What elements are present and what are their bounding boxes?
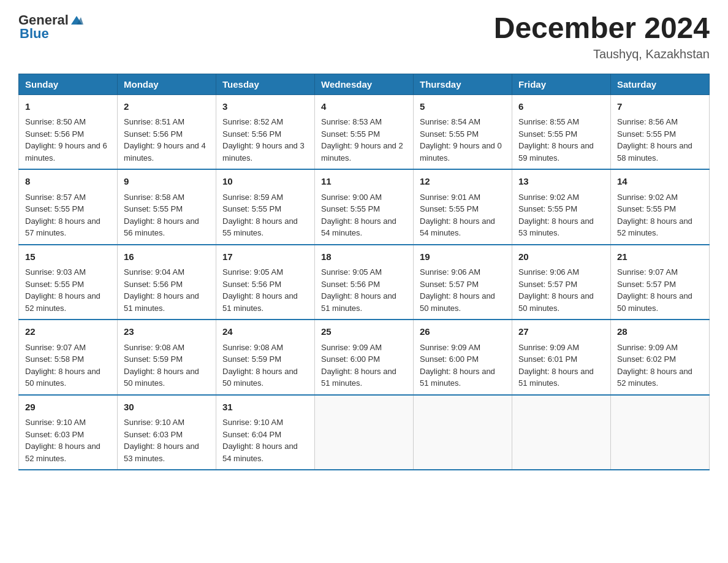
day-daylight: Daylight: 8 hours and 51 minutes. (124, 291, 199, 313)
calendar-day-cell (611, 395, 710, 470)
day-number: 20 (518, 250, 604, 264)
day-sunset: Sunset: 5:56 PM (222, 280, 281, 289)
day-sunrise: Sunrise: 9:07 AM (25, 343, 86, 352)
calendar-day-cell: 27 Sunrise: 9:09 AM Sunset: 6:01 PM Dayl… (512, 320, 611, 395)
calendar-day-cell: 2 Sunrise: 8:51 AM Sunset: 5:56 PM Dayli… (118, 94, 216, 169)
day-header-monday: Monday (118, 74, 216, 94)
day-header-saturday: Saturday (611, 74, 710, 94)
day-number: 5 (420, 100, 506, 114)
day-daylight: Daylight: 9 hours and 2 minutes. (321, 141, 403, 163)
day-sunset: Sunset: 5:55 PM (321, 204, 380, 213)
day-sunset: Sunset: 5:55 PM (321, 129, 380, 139)
day-number: 29 (25, 400, 111, 415)
day-number: 9 (124, 175, 210, 189)
day-daylight: Daylight: 8 hours and 51 minutes. (222, 291, 298, 313)
day-sunset: Sunset: 5:55 PM (518, 129, 577, 139)
calendar-day-cell: 7 Sunrise: 8:56 AM Sunset: 5:55 PM Dayli… (611, 94, 710, 169)
day-number: 15 (25, 250, 111, 264)
day-daylight: Daylight: 8 hours and 52 minutes. (25, 442, 100, 463)
calendar-day-cell: 18 Sunrise: 9:05 AM Sunset: 5:56 PM Dayl… (315, 245, 414, 320)
day-sunset: Sunset: 5:56 PM (25, 129, 84, 139)
day-daylight: Daylight: 8 hours and 52 minutes. (25, 291, 100, 313)
day-header-thursday: Thursday (414, 74, 512, 94)
day-number: 26 (420, 325, 506, 339)
day-sunset: Sunset: 5:57 PM (617, 280, 676, 289)
day-daylight: Daylight: 8 hours and 50 minutes. (420, 291, 495, 313)
calendar-day-cell: 13 Sunrise: 9:02 AM Sunset: 5:55 PM Dayl… (512, 169, 611, 245)
day-number: 18 (321, 250, 407, 264)
day-number: 12 (420, 175, 506, 189)
calendar-day-cell: 10 Sunrise: 8:59 AM Sunset: 5:55 PM Dayl… (216, 169, 315, 245)
day-sunrise: Sunrise: 9:09 AM (321, 343, 382, 352)
day-daylight: Daylight: 8 hours and 52 minutes. (617, 367, 692, 388)
calendar-day-cell (315, 395, 414, 470)
day-sunrise: Sunrise: 8:56 AM (617, 117, 678, 126)
calendar-day-cell: 25 Sunrise: 9:09 AM Sunset: 6:00 PM Dayl… (315, 320, 414, 395)
day-daylight: Daylight: 8 hours and 58 minutes. (617, 141, 692, 163)
day-daylight: Daylight: 8 hours and 51 minutes. (420, 367, 495, 388)
day-sunrise: Sunrise: 9:08 AM (222, 343, 283, 352)
day-sunrise: Sunrise: 9:00 AM (321, 193, 382, 202)
day-daylight: Daylight: 8 hours and 50 minutes. (124, 367, 199, 388)
day-number: 13 (518, 175, 604, 189)
day-daylight: Daylight: 8 hours and 51 minutes. (321, 367, 396, 388)
day-number: 23 (124, 325, 210, 339)
day-daylight: Daylight: 8 hours and 50 minutes. (222, 367, 298, 388)
calendar-day-cell: 29 Sunrise: 9:10 AM Sunset: 6:03 PM Dayl… (19, 395, 118, 470)
day-number: 24 (222, 325, 308, 339)
day-sunset: Sunset: 6:03 PM (124, 430, 183, 439)
day-sunset: Sunset: 6:01 PM (518, 354, 577, 364)
day-number: 4 (321, 100, 407, 114)
day-daylight: Daylight: 8 hours and 59 minutes. (518, 141, 594, 163)
day-number: 7 (617, 100, 703, 114)
day-number: 21 (617, 250, 703, 264)
day-daylight: Daylight: 9 hours and 6 minutes. (25, 141, 107, 163)
day-sunset: Sunset: 5:55 PM (518, 204, 577, 213)
day-sunrise: Sunrise: 9:10 AM (222, 418, 283, 427)
day-sunset: Sunset: 5:55 PM (25, 280, 84, 289)
calendar-day-cell: 16 Sunrise: 9:04 AM Sunset: 5:56 PM Dayl… (118, 245, 216, 320)
calendar-table: SundayMondayTuesdayWednesdayThursdayFrid… (18, 74, 710, 471)
day-daylight: Daylight: 9 hours and 4 minutes. (124, 141, 206, 163)
day-number: 10 (222, 175, 308, 189)
day-daylight: Daylight: 8 hours and 52 minutes. (617, 216, 692, 238)
day-number: 1 (25, 100, 111, 114)
day-sunrise: Sunrise: 9:01 AM (420, 193, 480, 202)
month-title: December 2024 (494, 12, 710, 45)
day-number: 30 (124, 400, 210, 415)
day-number: 8 (25, 175, 111, 189)
calendar-day-cell: 31 Sunrise: 9:10 AM Sunset: 6:04 PM Dayl… (216, 395, 315, 470)
calendar-day-cell: 4 Sunrise: 8:53 AM Sunset: 5:55 PM Dayli… (315, 94, 414, 169)
calendar-week-row: 1 Sunrise: 8:50 AM Sunset: 5:56 PM Dayli… (19, 94, 710, 169)
calendar-day-cell: 1 Sunrise: 8:50 AM Sunset: 5:56 PM Dayli… (19, 94, 118, 169)
day-sunset: Sunset: 5:56 PM (222, 129, 281, 139)
day-sunrise: Sunrise: 9:06 AM (420, 267, 480, 277)
day-sunset: Sunset: 5:55 PM (124, 204, 183, 213)
day-sunrise: Sunrise: 8:54 AM (420, 117, 480, 126)
day-number: 27 (518, 325, 604, 339)
day-daylight: Daylight: 8 hours and 54 minutes. (420, 216, 495, 238)
day-sunset: Sunset: 5:57 PM (420, 280, 479, 289)
day-sunset: Sunset: 5:55 PM (25, 204, 84, 213)
calendar-day-cell: 30 Sunrise: 9:10 AM Sunset: 6:03 PM Dayl… (118, 395, 216, 470)
calendar-day-cell: 11 Sunrise: 9:00 AM Sunset: 5:55 PM Dayl… (315, 169, 414, 245)
day-sunset: Sunset: 6:02 PM (617, 354, 676, 364)
day-daylight: Daylight: 8 hours and 50 minutes. (518, 291, 594, 313)
day-number: 3 (222, 100, 308, 114)
calendar-day-cell: 6 Sunrise: 8:55 AM Sunset: 5:55 PM Dayli… (512, 94, 611, 169)
calendar-day-cell: 15 Sunrise: 9:03 AM Sunset: 5:55 PM Dayl… (19, 245, 118, 320)
logo-icon (70, 13, 83, 27)
day-sunset: Sunset: 6:03 PM (25, 430, 84, 439)
day-sunset: Sunset: 5:55 PM (617, 204, 676, 213)
day-sunset: Sunset: 6:00 PM (321, 354, 380, 364)
day-sunrise: Sunrise: 8:55 AM (518, 117, 579, 126)
day-sunrise: Sunrise: 9:04 AM (124, 267, 184, 277)
calendar-day-cell: 21 Sunrise: 9:07 AM Sunset: 5:57 PM Dayl… (611, 245, 710, 320)
day-number: 31 (222, 400, 308, 415)
day-sunrise: Sunrise: 8:59 AM (222, 193, 283, 202)
day-daylight: Daylight: 8 hours and 53 minutes. (518, 216, 594, 238)
calendar-day-cell: 19 Sunrise: 9:06 AM Sunset: 5:57 PM Dayl… (414, 245, 512, 320)
day-sunrise: Sunrise: 9:03 AM (25, 267, 86, 277)
calendar-day-cell: 12 Sunrise: 9:01 AM Sunset: 5:55 PM Dayl… (414, 169, 512, 245)
day-number: 11 (321, 175, 407, 189)
